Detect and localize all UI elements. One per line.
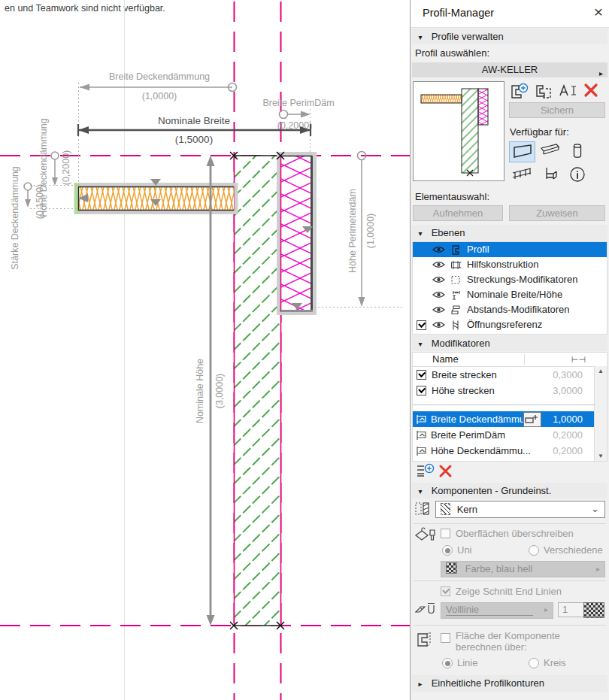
- modifier-icon: [416, 445, 428, 456]
- uni-radio-row[interactable]: Uni: [442, 544, 472, 556]
- modifier-group-separator: [413, 398, 607, 411]
- deckendaemmung-component[interactable]: [74, 183, 236, 214]
- surface-paint-icon: [414, 527, 438, 547]
- oberflaechen-ueberschreiben-row[interactable]: Oberflächen überschreiben: [441, 528, 574, 540]
- flaeche-berechnen-row[interactable]: Fläche der Komponente berechnen über:: [441, 630, 600, 653]
- new-profile-button[interactable]: [508, 82, 529, 104]
- modifier-row-hoehe-deckendaemmung[interactable]: Höhe Deckendämmu... 0,2000: [413, 443, 607, 459]
- farbe-dropdown[interactable]: Farbe, blau hell ▸: [441, 561, 605, 577]
- modifier-checkbox[interactable]: [417, 386, 426, 395]
- chevron-down-icon: ▾: [412, 29, 429, 45]
- layer-row-streckungs-modifikatoren[interactable]: Streckungs-Modifikatoren: [413, 272, 607, 287]
- profil-layer-icon: [450, 244, 462, 256]
- dim-breite-perimdaem: Breite PerimDäm (0,2000): [262, 98, 334, 131]
- add-modifier-button[interactable]: [416, 462, 435, 481]
- layer-row-abstands-modifikatoren[interactable]: Abstands-Modifikatoren: [413, 302, 607, 317]
- svg-text:(1,0000): (1,0000): [142, 91, 177, 102]
- svg-text:Breite Deckendämmung: Breite Deckendämmung: [109, 71, 210, 82]
- modifier-table-scrollbar[interactable]: ▲ ▼: [594, 366, 607, 461]
- modifier-row-breite-strecken[interactable]: Breite strecken 0,3000: [413, 367, 607, 383]
- info-icon[interactable]: [565, 165, 589, 185]
- layer-row-oeffnungsreferenz[interactable]: Öffnungsreferenz: [413, 317, 607, 332]
- use-with-object-button[interactable]: [538, 165, 562, 185]
- perimeterdaemmung-component[interactable]: [279, 154, 315, 314]
- modifier-icon: [416, 414, 428, 425]
- area-calc-icon: [414, 631, 436, 653]
- modifier-checkbox[interactable]: [417, 370, 426, 380]
- scroll-up-icon[interactable]: ▲: [595, 368, 607, 374]
- eye-icon[interactable]: [432, 305, 445, 314]
- verschiedene-radio-row[interactable]: Verschiedene: [529, 544, 603, 556]
- modifier-row-breite-deckendaemmung[interactable]: Breite Deckendämmu... 1,0000: [413, 411, 607, 427]
- aufnehmen-button[interactable]: Aufnehmen: [413, 205, 503, 221]
- hilfskonstruktion-icon: [450, 259, 462, 271]
- eye-icon[interactable]: [432, 260, 445, 269]
- profile-editor-canvas[interactable]: en und Teamwork sind nicht verfügbar.: [0, 0, 410, 700]
- duplicate-profile-button[interactable]: [534, 83, 553, 103]
- uni-radio[interactable]: [442, 545, 453, 556]
- zeige-schnitt-checkbox[interactable]: [441, 586, 450, 596]
- use-with-beam-button[interactable]: [538, 141, 562, 161]
- linientyp-dropdown[interactable]: Volllinie ▸: [441, 602, 553, 619]
- panel-titlebar[interactable]: Profil-Manager ×: [411, 0, 609, 28]
- section-modifikatoren[interactable]: ▾ Modifikatoren: [412, 335, 607, 351]
- streckungs-modifikatoren-icon: [450, 274, 462, 286]
- wall-profile-component[interactable]: [234, 156, 281, 626]
- modifier-hotspot[interactable]: [280, 111, 288, 119]
- svg-text:Höhe Perimeterdäm: Höhe Perimeterdäm: [347, 189, 358, 273]
- section-komponenten[interactable]: ▾ Komponenten - Grundeinst.: [412, 483, 607, 498]
- color-swatch: [446, 562, 457, 574]
- layer-row-nominale-breite-hoehe[interactable]: Nominale Breite/Höhe: [413, 287, 607, 302]
- layer-row-hilfskonstruktion[interactable]: Hilfskonstruktion: [413, 257, 607, 272]
- dim-nominale-hoehe: Nominale Höhe (3,0000): [195, 156, 225, 626]
- linie-radio-row[interactable]: Linie: [442, 657, 477, 669]
- pen-color-button[interactable]: [583, 602, 604, 618]
- elementauswahl-label: Elementauswahl:: [415, 191, 489, 202]
- pen-number-input[interactable]: 1: [558, 602, 584, 617]
- zeige-schnitt-row[interactable]: Zeige Schnitt End Linien: [441, 586, 562, 598]
- modifier-row-breite-perimdaem[interactable]: Breite PerimDäm 0,2000: [413, 427, 607, 443]
- use-with-railing-button[interactable]: [509, 165, 534, 185]
- svg-text:(0,2000): (0,2000): [61, 150, 71, 186]
- dropdown-arrow-icon: ▸: [596, 562, 600, 577]
- section-einheitliche-profilkonturen[interactable]: ▸ Einheitliche Profilkonturen: [412, 675, 607, 692]
- zuweisen-button[interactable]: Zuweisen: [509, 205, 605, 221]
- section-profile-verwalten[interactable]: ▾ Profile verwalten: [412, 29, 607, 44]
- modifier-row-hoehe-strecken[interactable]: Höhe strecken 3,0000: [413, 383, 607, 398]
- delete-modifier-button[interactable]: [438, 464, 453, 480]
- component-select[interactable]: Kern ⌄: [435, 501, 605, 518]
- eye-icon[interactable]: [432, 290, 445, 299]
- reference-lines[interactable]: [0, 2, 410, 700]
- eye-icon[interactable]: [432, 275, 445, 284]
- profile-select-dropdown[interactable]: AW-KELLER ▸: [412, 62, 607, 77]
- profil-manager-panel: Profil-Manager × ▾ Profile verwalten Pro…: [410, 0, 609, 700]
- linie-radio[interactable]: [442, 658, 453, 668]
- component-hatch-swatch: [441, 503, 450, 515]
- linetype-icon: [414, 602, 438, 622]
- modifier-hotspot[interactable]: [24, 183, 32, 190]
- use-with-column-button[interactable]: [565, 141, 589, 161]
- add-dimension-button[interactable]: [523, 412, 541, 427]
- rename-profile-button[interactable]: [558, 83, 579, 103]
- kreis-radio-row[interactable]: Kreis: [529, 657, 566, 669]
- eye-icon[interactable]: [432, 320, 445, 329]
- svg-text:(1,5000): (1,5000): [175, 134, 213, 145]
- eye-icon[interactable]: [432, 245, 445, 254]
- layer-row-profil[interactable]: Profil: [413, 242, 607, 257]
- name-column-header: Name: [432, 353, 459, 366]
- section-ebenen[interactable]: ▾ Ebenen: [412, 225, 607, 241]
- profil-auswaehlen-label: Profil auswählen:: [415, 47, 489, 59]
- layer-checkbox[interactable]: [417, 320, 426, 330]
- delete-profile-button[interactable]: [583, 83, 598, 100]
- use-with-wall-button[interactable]: [509, 141, 535, 162]
- svg-text:Breite PerimDäm: Breite PerimDäm: [262, 98, 334, 108]
- sichern-button[interactable]: Sichern: [509, 102, 605, 118]
- close-icon[interactable]: ×: [594, 3, 603, 21]
- kreis-radio[interactable]: [529, 658, 539, 668]
- verschiedene-radio[interactable]: [529, 545, 539, 556]
- scroll-down-icon[interactable]: ▼: [595, 453, 607, 459]
- profile-drawing[interactable]: en und Teamwork sind nicht verfügbar.: [0, 0, 410, 700]
- flaeche-checkbox[interactable]: [441, 633, 450, 643]
- oberflaechen-checkbox[interactable]: [441, 529, 450, 538]
- modifier-hotspot[interactable]: [51, 152, 59, 159]
